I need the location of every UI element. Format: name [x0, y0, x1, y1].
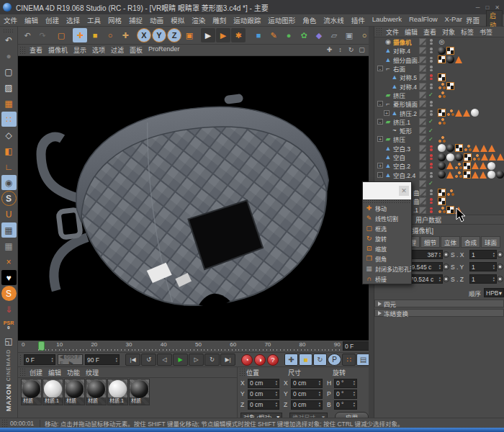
object-tags[interactable]: [438, 171, 504, 179]
visibility-dots[interactable]: [429, 57, 433, 63]
enabled-check-icon[interactable]: ✓: [428, 180, 433, 186]
viewport-menu-ProRender[interactable]: ProRender: [145, 45, 183, 55]
menu-RealFlow[interactable]: RealFlow: [405, 15, 441, 25]
expander-icon[interactable]: -: [377, 101, 383, 107]
scale-tool-icon[interactable]: ■: [88, 28, 102, 42]
object-visibility-controls[interactable]: [419, 153, 433, 161]
menu-工具[interactable]: 工具: [84, 15, 104, 25]
object-visibility-controls[interactable]: [419, 73, 433, 81]
enabled-check-icon[interactable]: ✓: [428, 91, 433, 98]
layer-icon[interactable]: [419, 171, 426, 179]
pan-icon[interactable]: ✚: [325, 45, 334, 55]
viewport-menu-显示[interactable]: 显示: [71, 45, 89, 55]
tab-合成[interactable]: 合成: [461, 236, 480, 248]
object-tags[interactable]: [438, 82, 454, 90]
object-visibility-controls[interactable]: [419, 56, 433, 63]
sphere-light-tag-icon[interactable]: [487, 171, 495, 179]
viewport-menu-过滤[interactable]: 过滤: [108, 45, 127, 55]
object-tags[interactable]: [438, 91, 446, 99]
tri-tag-icon[interactable]: [472, 145, 480, 152]
move-tool-icon[interactable]: ✚: [73, 28, 87, 42]
menu-渲染[interactable]: 渲染: [188, 15, 209, 25]
layer-icon[interactable]: [419, 207, 426, 214]
visibility-dots[interactable]: [429, 101, 433, 107]
object-visibility-controls[interactable]: [419, 207, 433, 214]
checker-tag-icon[interactable]: [446, 82, 454, 90]
dots-tag-icon[interactable]: [472, 153, 480, 161]
key-rotation-button[interactable]: ↻: [313, 354, 327, 366]
xray-icon[interactable]: ×: [1, 254, 17, 269]
menu-雕刻[interactable]: 雕刻: [209, 15, 230, 25]
menu-捕捉[interactable]: 捕捉: [125, 15, 146, 25]
live-selection-icon[interactable]: ▢: [54, 28, 68, 42]
quantize-icon[interactable]: ◱: [1, 333, 17, 348]
context-menu-item-rectangle-select[interactable]: ▢框选: [363, 223, 411, 233]
radio-R . B[interactable]: [497, 276, 503, 282]
next-frame-button[interactable]: ▷: [189, 354, 204, 366]
layer-icon[interactable]: [419, 38, 426, 45]
menu-X-Particles[interactable]: X-Particles: [441, 15, 462, 25]
stepper-icon[interactable]: ▴▾: [319, 402, 320, 408]
sphere-dark-tag-icon[interactable]: [446, 55, 454, 63]
dots-tag-icon[interactable]: [438, 117, 446, 125]
layer-icon[interactable]: [419, 162, 426, 169]
sphere-dark-tag-icon[interactable]: [455, 153, 463, 161]
visibility-dots[interactable]: [429, 84, 433, 89]
enable-axis-icon[interactable]: ∟: [1, 159, 17, 174]
object-manager-menu-标签[interactable]: 标签: [458, 27, 477, 37]
viewport-menu-面板[interactable]: 面板: [127, 45, 145, 55]
object-visibility-controls[interactable]: ✓: [419, 135, 433, 143]
context-menu-item-scale[interactable]: ⊡缩放: [363, 243, 411, 253]
object-row-矩形[interactable]: ~矩形✓: [374, 126, 504, 135]
goto-end-button[interactable]: ▶|: [220, 354, 235, 366]
layer-icon[interactable]: [419, 91, 426, 99]
tri-tag-icon[interactable]: [446, 171, 454, 179]
texture-mode-icon[interactable]: ▨: [1, 80, 17, 95]
timeline-ruler[interactable]: 0 F▴▾ 0102030405060708090: [18, 341, 374, 353]
object-manager-grip[interactable]: [376, 27, 382, 35]
layer-icon[interactable]: [419, 56, 426, 63]
checker-tag-icon[interactable]: [438, 197, 446, 205]
checker-tag-icon[interactable]: [438, 109, 446, 117]
tri-tag-icon[interactable]: [446, 162, 454, 169]
layer-icon[interactable]: [419, 83, 426, 90]
object-row-挤压.1[interactable]: -▰挤压.1✓: [374, 117, 504, 126]
object-tags[interactable]: [438, 162, 495, 170]
render-view-icon[interactable]: ▶: [201, 28, 215, 42]
object-tags[interactable]: [438, 73, 446, 81]
stepper-icon[interactable]: ▴▾: [354, 391, 355, 397]
workplane-rotate-icon[interactable]: ▦: [1, 238, 17, 253]
stepper-icon[interactable]: ▴▾: [493, 264, 495, 270]
sphere-dark-tag-icon[interactable]: [438, 171, 446, 179]
menu-创建[interactable]: 创建: [42, 15, 63, 25]
object-visibility-controls[interactable]: [419, 197, 433, 204]
stepper-icon[interactable]: ▴▾: [439, 252, 441, 258]
edges-mode-icon[interactable]: ◇: [1, 127, 17, 143]
visibility-dots[interactable]: [429, 74, 433, 80]
viewport-canvas[interactable]: [18, 56, 369, 341]
material-thumbnail-2[interactable]: 材质: [64, 379, 85, 405]
key-scale-button[interactable]: ■: [299, 354, 312, 366]
object-visibility-controls[interactable]: [419, 171, 433, 179]
object-tags[interactable]: [438, 117, 446, 125]
layer-icon[interactable]: [419, 145, 426, 152]
sculpt-icon[interactable]: ●: [1, 48, 17, 63]
tri-tag-icon[interactable]: [488, 145, 495, 152]
tri-tag-icon[interactable]: [472, 171, 479, 179]
tri-tag-icon[interactable]: [489, 153, 496, 161]
coordinate-field-X-0[interactable]: 0 cm▴▾: [248, 379, 279, 388]
visibility-dots[interactable]: [429, 48, 433, 53]
field-S . X[interactable]: 1▴▾: [469, 250, 497, 259]
polygons-mode-icon[interactable]: ◧: [1, 143, 17, 158]
visibility-dots[interactable]: [429, 66, 433, 71]
viewport-menu-选项[interactable]: 选项: [89, 45, 108, 55]
dolly-icon[interactable]: ↕: [336, 45, 345, 55]
orbit-icon[interactable]: ↻: [346, 45, 356, 55]
frame-range-slider[interactable]: ◀ 0 F 90 F ▶: [58, 354, 83, 365]
visibility-dots[interactable]: [429, 172, 433, 178]
dots-tag-icon[interactable]: [438, 91, 446, 99]
object-tags[interactable]: ◎: [438, 38, 446, 46]
object-tags[interactable]: [438, 109, 479, 117]
object-row-空白[interactable]: ▲空白: [374, 153, 504, 161]
key-position-button[interactable]: ✚: [284, 354, 298, 366]
